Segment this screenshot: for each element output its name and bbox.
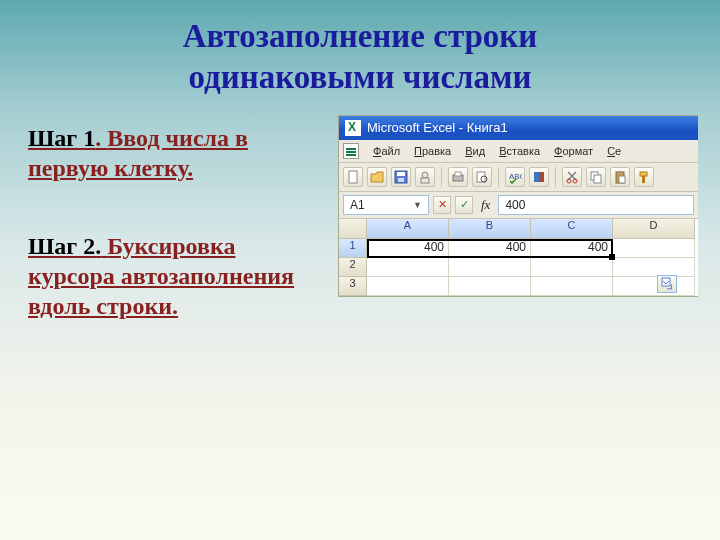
workbook-icon (343, 143, 359, 159)
svg-rect-0 (349, 171, 357, 183)
excel-app-icon (345, 120, 361, 136)
enter-formula-button[interactable]: ✓ (455, 196, 473, 214)
col-header-a[interactable]: A (367, 219, 449, 239)
open-button[interactable] (367, 167, 387, 187)
cell-a2[interactable] (367, 258, 449, 277)
app-name: Microsoft Excel (367, 120, 455, 135)
excel-screenshot: Microsoft Excel - Книга1 Файл Правка Вид… (338, 115, 698, 369)
autofill-options-icon (661, 277, 674, 290)
menu-format[interactable]: Формат (554, 145, 593, 157)
standard-toolbar: ABC (339, 163, 698, 192)
step-2-label: Шаг 2. (28, 233, 101, 259)
menu-file[interactable]: Файл (373, 145, 400, 157)
cells-area: 400 400 400 (367, 239, 698, 296)
cell-d1[interactable] (613, 239, 695, 258)
window-titlebar: Microsoft Excel - Книга1 (339, 116, 698, 140)
svg-rect-19 (619, 176, 625, 183)
new-button[interactable] (343, 167, 363, 187)
step-2: Шаг 2. Буксировка курсора автозаполнения… (28, 231, 328, 321)
research-button[interactable] (529, 167, 549, 187)
row-header-1[interactable]: 1 (339, 239, 367, 258)
svg-rect-2 (397, 172, 405, 176)
toolbar-separator-3 (555, 167, 556, 187)
svg-rect-7 (455, 172, 461, 176)
permission-button[interactable] (415, 167, 435, 187)
print-button[interactable] (448, 167, 468, 187)
spelling-button[interactable]: ABC (505, 167, 525, 187)
save-button[interactable] (391, 167, 411, 187)
menu-bar: Файл Правка Вид Вставка Формат Се (339, 140, 698, 163)
format-painter-button[interactable] (634, 167, 654, 187)
slide-content: Шаг 1. Ввод числа в первую клетку. Шаг 2… (0, 99, 720, 369)
toolbar-separator-1 (441, 167, 442, 187)
svg-rect-18 (618, 171, 622, 173)
doc-name: Книга1 (467, 120, 508, 135)
formula-bar: A1 ▼ ✕ ✓ fx 400 (339, 192, 698, 219)
svg-rect-5 (421, 178, 429, 183)
toolbar-separator-2 (498, 167, 499, 187)
step-1-dot: . (95, 125, 107, 151)
row-3 (367, 277, 698, 296)
menu-edit[interactable]: Правка (414, 145, 451, 157)
excel-window: Microsoft Excel - Книга1 Файл Правка Вид… (338, 115, 698, 297)
svg-point-4 (422, 172, 428, 178)
fx-label[interactable]: fx (477, 197, 494, 213)
menu-tools-cut[interactable]: Се (607, 145, 621, 157)
cell-d2[interactable] (613, 258, 695, 277)
svg-rect-12 (539, 172, 544, 182)
svg-rect-20 (640, 172, 647, 176)
name-box-text: A1 (350, 198, 365, 212)
svg-rect-3 (398, 178, 404, 182)
autofill-options-button[interactable] (657, 275, 677, 293)
paste-button[interactable] (610, 167, 630, 187)
svg-rect-11 (534, 172, 539, 182)
cell-d3[interactable] (613, 277, 695, 296)
copy-button[interactable] (586, 167, 606, 187)
title-line-2: одинаковыми числами (188, 59, 531, 95)
cell-a3[interactable] (367, 277, 449, 296)
step-1-label: Шаг 1 (28, 125, 95, 151)
name-box[interactable]: A1 ▼ (343, 195, 429, 215)
svg-rect-22 (662, 278, 670, 286)
col-header-d[interactable]: D (613, 219, 695, 239)
formula-value: 400 (505, 198, 525, 212)
menu-insert[interactable]: Вставка (499, 145, 540, 157)
svg-rect-16 (594, 175, 601, 183)
row-header-3[interactable]: 3 (339, 277, 367, 296)
cell-c3[interactable] (531, 277, 613, 296)
cell-b1[interactable]: 400 (449, 239, 531, 258)
cell-b2[interactable] (449, 258, 531, 277)
title-line-1: Автозаполнение строки (183, 18, 538, 54)
fill-handle[interactable] (609, 254, 615, 260)
cancel-formula-button[interactable]: ✕ (433, 196, 451, 214)
slide-title: Автозаполнение строки одинаковыми числам… (0, 0, 720, 99)
col-header-b[interactable]: B (449, 219, 531, 239)
cut-button[interactable] (562, 167, 582, 187)
worksheet-grid: 1 2 3 A B C D 400 400 400 (339, 219, 698, 296)
cell-a1[interactable]: 400 (367, 239, 449, 258)
row-header-2[interactable]: 2 (339, 258, 367, 277)
window-title: Microsoft Excel - Книга1 (367, 120, 508, 135)
step-1: Шаг 1. Ввод числа в первую клетку. (28, 123, 328, 183)
menu-view[interactable]: Вид (465, 145, 485, 157)
svg-rect-21 (642, 176, 645, 183)
row-2 (367, 258, 698, 277)
grid-right: A B C D 400 400 400 (367, 219, 698, 296)
formula-input[interactable]: 400 (498, 195, 694, 215)
row-headers: 1 2 3 (339, 219, 367, 296)
cell-c1[interactable]: 400 (531, 239, 613, 258)
column-headers: A B C D (367, 219, 698, 239)
row-1: 400 400 400 (367, 239, 698, 258)
cell-b3[interactable] (449, 277, 531, 296)
cell-c2[interactable] (531, 258, 613, 277)
col-header-c[interactable]: C (531, 219, 613, 239)
steps-column: Шаг 1. Ввод числа в первую клетку. Шаг 2… (28, 115, 328, 369)
print-preview-button[interactable] (472, 167, 492, 187)
name-box-dropdown-icon[interactable]: ▼ (413, 200, 422, 210)
select-all-corner[interactable] (339, 219, 367, 239)
